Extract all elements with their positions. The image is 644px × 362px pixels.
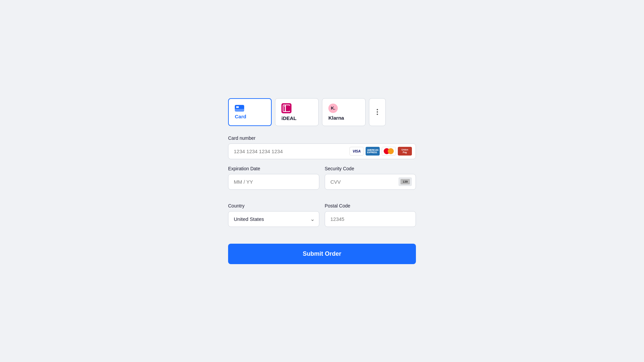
security-field: Security Code 139 (325, 166, 416, 190)
payment-form: Card iDEAL K. Klarna (221, 92, 423, 271)
amex-logo: AMERICANEXPRESS (366, 147, 380, 156)
tab-ideal-label: iDEAL (281, 115, 297, 121)
card-number-wrapper: VISA AMERICANEXPRESS UnionPay (228, 143, 416, 159)
country-postal-row: Country United States United Kingdom Can… (228, 203, 416, 234)
tab-more[interactable] (369, 98, 386, 126)
tab-ideal[interactable]: iDEAL (275, 98, 319, 126)
card-number-field: Card number VISA AMERICANEXPRESS UnionPa… (228, 135, 416, 159)
expiration-field: Expiration Date (228, 166, 319, 190)
country-wrapper: United States United Kingdom Canada Aust… (228, 211, 319, 227)
submit-order-button[interactable]: Submit Order (228, 244, 416, 264)
mastercard-logo (382, 147, 396, 156)
klarna-icon: K. (328, 104, 338, 113)
tab-card-label: Card (235, 114, 246, 119)
postal-label: Postal Code (325, 203, 416, 208)
ideal-icon (281, 103, 291, 113)
more-icon (377, 109, 378, 115)
card-logos: VISA AMERICANEXPRESS UnionPay (350, 147, 412, 156)
tab-card[interactable]: Card (228, 98, 272, 126)
country-field: Country United States United Kingdom Can… (228, 203, 319, 227)
exp-security-row: Expiration Date Security Code 139 (228, 166, 416, 196)
security-label: Security Code (325, 166, 416, 171)
card-number-label: Card number (228, 135, 416, 141)
visa-logo: VISA (350, 147, 364, 156)
cvv-icon: 139 (398, 177, 412, 186)
postal-input[interactable] (325, 211, 416, 227)
security-wrapper: 139 (325, 174, 416, 190)
expiration-label: Expiration Date (228, 166, 319, 171)
postal-field: Postal Code (325, 203, 416, 227)
expiration-input[interactable] (228, 174, 319, 190)
country-label: Country (228, 203, 319, 208)
tab-klarna-label: Klarna (328, 115, 344, 121)
unionpay-logo: UnionPay (398, 147, 412, 156)
svg-point-3 (284, 106, 285, 107)
credit-card-icon (235, 105, 244, 112)
payment-tabs: Card iDEAL K. Klarna (228, 98, 416, 126)
country-select[interactable]: United States United Kingdom Canada Aust… (228, 211, 319, 227)
tab-klarna[interactable]: K. Klarna (322, 98, 366, 126)
